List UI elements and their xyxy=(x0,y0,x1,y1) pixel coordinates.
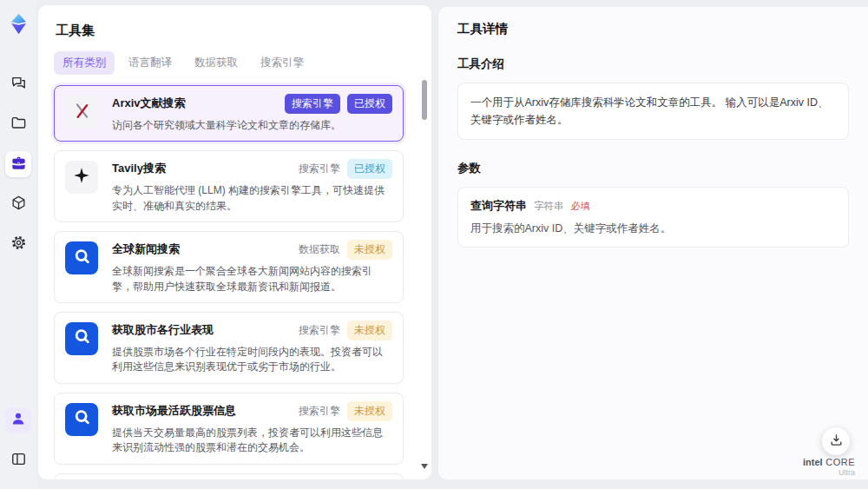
tool-title: 获取股市各行业表现 xyxy=(112,320,214,338)
param-required-badge: 必填 xyxy=(571,200,590,213)
folder-icon xyxy=(10,115,27,135)
param-description: 用于搜索的Arxiv ID、关键字或作者姓名。 xyxy=(470,221,836,236)
tool-list-item[interactable]: Arxiv文献搜索 搜索引擎 已授权 访问各个研究领域大量科学论文和文章的存储库… xyxy=(54,85,404,142)
tool-auth-badge: 未授权 xyxy=(347,240,392,260)
tool-intro-text: 一个用于从Arxiv存储库搜索科学论文和文章的工具。 输入可以是Arxiv ID… xyxy=(457,83,849,140)
page-title: 工具集 xyxy=(56,23,416,39)
detail-title: 工具详情 xyxy=(457,21,849,37)
tools-panel: 工具集 所有类别 语言翻译 数据获取 搜索引擎 xyxy=(38,5,431,479)
briefcase-icon xyxy=(10,155,27,175)
tool-list-item[interactable]: 获取市场最活跃股票信息 搜索引擎 未授权 提供当天交易量最高的股票列表，投资者可… xyxy=(54,393,404,465)
tool-description: 全球新闻搜索是一个聚合全球各大新闻网站内容的搜索引擎，帮助用户快速获取全球最新资… xyxy=(112,264,392,294)
sidebar-nav-button[interactable] xyxy=(5,151,31,177)
tavily-icon xyxy=(72,166,91,188)
user-icon xyxy=(10,411,26,430)
cube-icon xyxy=(10,195,27,215)
logo-gem-icon xyxy=(7,12,30,39)
tool-category-badge: 搜索引擎 xyxy=(299,401,340,421)
category-tabs: 所有类别 语言翻译 数据获取 搜索引擎 xyxy=(54,51,416,75)
tab-label: 搜索引擎 xyxy=(260,56,304,69)
tool-title: 全球新闻搜索 xyxy=(112,240,180,257)
app-logo[interactable] xyxy=(5,12,31,38)
category-tab[interactable]: 语言翻译 xyxy=(120,51,181,75)
tool-category-badge: 搜索引擎 xyxy=(299,159,340,179)
tool-auth-badge: 已授权 xyxy=(347,94,392,114)
download-icon xyxy=(829,433,844,451)
sidebar-nav-button[interactable] xyxy=(5,191,31,217)
sidebar-top-nav xyxy=(5,64,31,264)
category-tab[interactable]: 搜索引擎 xyxy=(252,51,312,75)
intel-brand-text: intel xyxy=(803,457,823,467)
panel-icon xyxy=(10,451,27,471)
intro-heading: 工具介绍 xyxy=(457,56,849,72)
sidebar-nav-button[interactable] xyxy=(5,111,31,137)
params-heading: 参数 xyxy=(457,161,849,176)
intel-ultra-text: Ultra xyxy=(803,468,855,477)
param-list: 查询字符串 字符串 必填 用于搜索的Arxiv ID、关键字或作者姓名。 xyxy=(457,187,849,248)
sidebar-nav-button[interactable] xyxy=(5,71,31,97)
news-search-icon xyxy=(71,246,93,271)
tool-title: Arxiv文献搜索 xyxy=(112,94,186,111)
tool-category-badge: 搜索引擎 xyxy=(285,94,340,114)
sidebar-nav-button[interactable] xyxy=(5,447,31,473)
news-search-icon xyxy=(71,326,93,351)
param-item: 查询字符串 字符串 必填 用于搜索的Arxiv ID、关键字或作者姓名。 xyxy=(457,187,849,248)
param-type: 字符串 xyxy=(534,200,564,213)
tab-label: 语言翻译 xyxy=(128,56,172,69)
category-tab[interactable]: 所有类别 xyxy=(54,51,115,75)
tool-list-item[interactable]: Tavily搜索 搜索引擎 已授权 专为人工智能代理 (LLM) 构建的搜索引擎… xyxy=(54,150,404,222)
tool-category-badge: 搜索引擎 xyxy=(299,320,340,340)
tool-auth-badge: 已授权 xyxy=(347,159,392,179)
param-name: 查询字符串 xyxy=(470,198,527,214)
tool-title: 获取市场最活跃股票信息 xyxy=(112,401,236,419)
sidebar-nav-button[interactable] xyxy=(5,407,31,433)
tool-list-item[interactable]: 获取股市各行业表现 搜索引擎 未授权 提供股票市场各个行业在特定时间段内的表现。… xyxy=(54,312,404,384)
tool-description: 提供当天交易量最高的股票列表，投资者可以利用这些信息来识别流动性强的股票和潜在的… xyxy=(112,426,392,456)
sidebar xyxy=(0,0,36,489)
sidebar-nav-button[interactable] xyxy=(5,231,31,257)
tool-category-badge: 数据获取 xyxy=(299,240,340,260)
gear-icon xyxy=(10,235,27,254)
tool-detail-panel: 工具详情 工具介绍 一个用于从Arxiv存储库搜索科学论文和文章的工具。 输入可… xyxy=(438,7,868,479)
tab-label: 所有类别 xyxy=(62,56,106,69)
intel-core-badge: intel CORE Ultra xyxy=(803,457,855,477)
tool-description: 专为人工智能代理 (LLM) 构建的搜索引擎工具，可快速提供实时、准确和真实的结… xyxy=(112,183,392,214)
tool-auth-badge: 未授权 xyxy=(347,320,392,340)
arxiv-icon xyxy=(72,101,92,124)
download-button[interactable] xyxy=(822,427,850,455)
sidebar-bottom-nav xyxy=(5,400,31,480)
tab-label: 数据获取 xyxy=(194,56,238,69)
tool-list-item[interactable]: 万维地区新闻查询 搜索引擎 未授权 查询具体行政区划内的新闻，快速了解各地新闻动 xyxy=(54,473,404,479)
scrollbar-thumb[interactable] xyxy=(422,80,427,120)
chat-icon xyxy=(10,75,27,95)
tool-auth-badge: 未授权 xyxy=(347,401,392,421)
intel-core-text: CORE xyxy=(825,457,855,467)
tool-list-item[interactable]: 全球新闻搜索 数据获取 未授权 全球新闻搜索是一个聚合全球各大新闻网站内容的搜索… xyxy=(54,231,404,303)
tool-description: 访问各个研究领域大量科学论文和文章的存储库。 xyxy=(112,118,392,133)
tool-title: Tavily搜索 xyxy=(112,159,166,176)
tool-list: Arxiv文献搜索 搜索引擎 已授权 访问各个研究领域大量科学论文和文章的存储库… xyxy=(54,85,416,479)
tool-description: 提供股票市场各个行业在特定时间段内的表现。投资者可以利用这些信息来识别表现优于或… xyxy=(112,345,392,375)
scroll-down-arrow-icon[interactable] xyxy=(421,464,428,469)
news-search-icon xyxy=(71,406,93,432)
category-tab[interactable]: 数据获取 xyxy=(186,51,247,75)
